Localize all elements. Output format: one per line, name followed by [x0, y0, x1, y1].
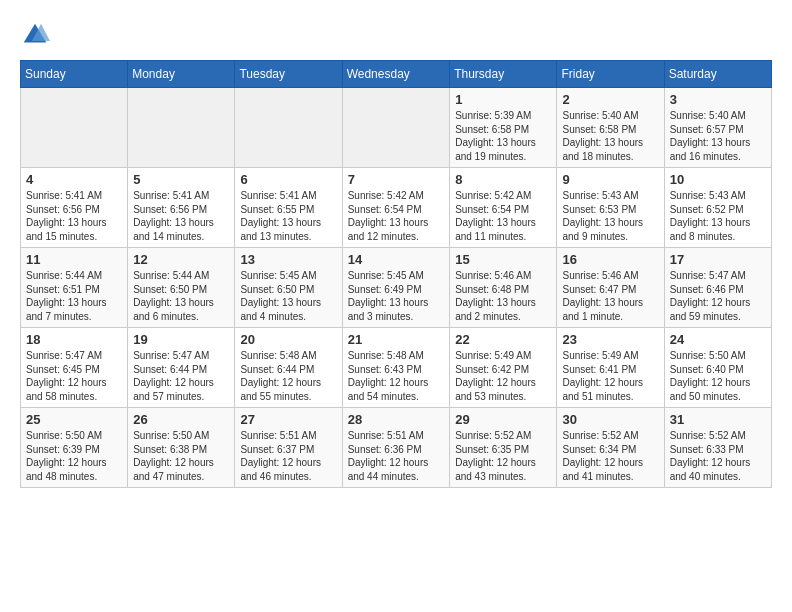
calendar-cell: 12Sunrise: 5:44 AMSunset: 6:50 PMDayligh…	[128, 248, 235, 328]
day-info: Sunrise: 5:51 AMSunset: 6:36 PMDaylight:…	[348, 429, 445, 483]
calendar-cell: 26Sunrise: 5:50 AMSunset: 6:38 PMDayligh…	[128, 408, 235, 488]
calendar-cell: 3Sunrise: 5:40 AMSunset: 6:57 PMDaylight…	[664, 88, 771, 168]
calendar-cell: 10Sunrise: 5:43 AMSunset: 6:52 PMDayligh…	[664, 168, 771, 248]
day-info: Sunrise: 5:41 AMSunset: 6:55 PMDaylight:…	[240, 189, 336, 243]
calendar-cell: 25Sunrise: 5:50 AMSunset: 6:39 PMDayligh…	[21, 408, 128, 488]
day-info: Sunrise: 5:50 AMSunset: 6:40 PMDaylight:…	[670, 349, 766, 403]
calendar-week-row: 1Sunrise: 5:39 AMSunset: 6:58 PMDaylight…	[21, 88, 772, 168]
day-number: 25	[26, 412, 122, 427]
calendar-cell: 8Sunrise: 5:42 AMSunset: 6:54 PMDaylight…	[450, 168, 557, 248]
day-number: 2	[562, 92, 658, 107]
day-number: 13	[240, 252, 336, 267]
page-header	[20, 20, 772, 50]
day-number: 28	[348, 412, 445, 427]
day-number: 11	[26, 252, 122, 267]
weekday-header-wednesday: Wednesday	[342, 61, 450, 88]
day-info: Sunrise: 5:43 AMSunset: 6:52 PMDaylight:…	[670, 189, 766, 243]
calendar-cell: 23Sunrise: 5:49 AMSunset: 6:41 PMDayligh…	[557, 328, 664, 408]
day-info: Sunrise: 5:41 AMSunset: 6:56 PMDaylight:…	[133, 189, 229, 243]
calendar-cell: 30Sunrise: 5:52 AMSunset: 6:34 PMDayligh…	[557, 408, 664, 488]
day-number: 16	[562, 252, 658, 267]
calendar-cell: 14Sunrise: 5:45 AMSunset: 6:49 PMDayligh…	[342, 248, 450, 328]
calendar-cell	[235, 88, 342, 168]
calendar-cell: 9Sunrise: 5:43 AMSunset: 6:53 PMDaylight…	[557, 168, 664, 248]
day-info: Sunrise: 5:47 AMSunset: 6:46 PMDaylight:…	[670, 269, 766, 323]
calendar-cell: 1Sunrise: 5:39 AMSunset: 6:58 PMDaylight…	[450, 88, 557, 168]
day-info: Sunrise: 5:48 AMSunset: 6:44 PMDaylight:…	[240, 349, 336, 403]
calendar-cell: 11Sunrise: 5:44 AMSunset: 6:51 PMDayligh…	[21, 248, 128, 328]
day-number: 22	[455, 332, 551, 347]
day-info: Sunrise: 5:44 AMSunset: 6:51 PMDaylight:…	[26, 269, 122, 323]
calendar-header-row: SundayMondayTuesdayWednesdayThursdayFrid…	[21, 61, 772, 88]
calendar-cell	[342, 88, 450, 168]
calendar-week-row: 4Sunrise: 5:41 AMSunset: 6:56 PMDaylight…	[21, 168, 772, 248]
day-number: 23	[562, 332, 658, 347]
day-info: Sunrise: 5:46 AMSunset: 6:48 PMDaylight:…	[455, 269, 551, 323]
logo-icon	[20, 20, 50, 50]
day-number: 21	[348, 332, 445, 347]
day-number: 31	[670, 412, 766, 427]
calendar-week-row: 18Sunrise: 5:47 AMSunset: 6:45 PMDayligh…	[21, 328, 772, 408]
day-info: Sunrise: 5:40 AMSunset: 6:57 PMDaylight:…	[670, 109, 766, 163]
calendar-cell: 29Sunrise: 5:52 AMSunset: 6:35 PMDayligh…	[450, 408, 557, 488]
calendar-cell: 19Sunrise: 5:47 AMSunset: 6:44 PMDayligh…	[128, 328, 235, 408]
day-info: Sunrise: 5:43 AMSunset: 6:53 PMDaylight:…	[562, 189, 658, 243]
day-info: Sunrise: 5:45 AMSunset: 6:50 PMDaylight:…	[240, 269, 336, 323]
calendar-cell: 16Sunrise: 5:46 AMSunset: 6:47 PMDayligh…	[557, 248, 664, 328]
weekday-header-sunday: Sunday	[21, 61, 128, 88]
day-info: Sunrise: 5:45 AMSunset: 6:49 PMDaylight:…	[348, 269, 445, 323]
day-number: 12	[133, 252, 229, 267]
calendar-cell: 2Sunrise: 5:40 AMSunset: 6:58 PMDaylight…	[557, 88, 664, 168]
day-number: 5	[133, 172, 229, 187]
calendar-cell: 21Sunrise: 5:48 AMSunset: 6:43 PMDayligh…	[342, 328, 450, 408]
weekday-header-monday: Monday	[128, 61, 235, 88]
weekday-header-saturday: Saturday	[664, 61, 771, 88]
calendar-cell: 4Sunrise: 5:41 AMSunset: 6:56 PMDaylight…	[21, 168, 128, 248]
calendar-cell	[128, 88, 235, 168]
calendar-cell: 20Sunrise: 5:48 AMSunset: 6:44 PMDayligh…	[235, 328, 342, 408]
calendar-table: SundayMondayTuesdayWednesdayThursdayFrid…	[20, 60, 772, 488]
day-number: 19	[133, 332, 229, 347]
day-info: Sunrise: 5:51 AMSunset: 6:37 PMDaylight:…	[240, 429, 336, 483]
calendar-week-row: 11Sunrise: 5:44 AMSunset: 6:51 PMDayligh…	[21, 248, 772, 328]
day-number: 18	[26, 332, 122, 347]
calendar-cell: 31Sunrise: 5:52 AMSunset: 6:33 PMDayligh…	[664, 408, 771, 488]
weekday-header-thursday: Thursday	[450, 61, 557, 88]
day-number: 9	[562, 172, 658, 187]
day-info: Sunrise: 5:49 AMSunset: 6:42 PMDaylight:…	[455, 349, 551, 403]
day-number: 30	[562, 412, 658, 427]
day-info: Sunrise: 5:39 AMSunset: 6:58 PMDaylight:…	[455, 109, 551, 163]
day-info: Sunrise: 5:44 AMSunset: 6:50 PMDaylight:…	[133, 269, 229, 323]
day-info: Sunrise: 5:42 AMSunset: 6:54 PMDaylight:…	[348, 189, 445, 243]
calendar-cell: 7Sunrise: 5:42 AMSunset: 6:54 PMDaylight…	[342, 168, 450, 248]
day-number: 1	[455, 92, 551, 107]
day-info: Sunrise: 5:47 AMSunset: 6:44 PMDaylight:…	[133, 349, 229, 403]
day-number: 20	[240, 332, 336, 347]
day-number: 6	[240, 172, 336, 187]
calendar-cell: 5Sunrise: 5:41 AMSunset: 6:56 PMDaylight…	[128, 168, 235, 248]
day-info: Sunrise: 5:52 AMSunset: 6:33 PMDaylight:…	[670, 429, 766, 483]
day-info: Sunrise: 5:48 AMSunset: 6:43 PMDaylight:…	[348, 349, 445, 403]
day-info: Sunrise: 5:50 AMSunset: 6:38 PMDaylight:…	[133, 429, 229, 483]
calendar-week-row: 25Sunrise: 5:50 AMSunset: 6:39 PMDayligh…	[21, 408, 772, 488]
day-number: 24	[670, 332, 766, 347]
day-info: Sunrise: 5:52 AMSunset: 6:35 PMDaylight:…	[455, 429, 551, 483]
day-number: 7	[348, 172, 445, 187]
calendar-cell: 22Sunrise: 5:49 AMSunset: 6:42 PMDayligh…	[450, 328, 557, 408]
calendar-cell: 28Sunrise: 5:51 AMSunset: 6:36 PMDayligh…	[342, 408, 450, 488]
day-info: Sunrise: 5:47 AMSunset: 6:45 PMDaylight:…	[26, 349, 122, 403]
day-info: Sunrise: 5:42 AMSunset: 6:54 PMDaylight:…	[455, 189, 551, 243]
weekday-header-friday: Friday	[557, 61, 664, 88]
weekday-header-tuesday: Tuesday	[235, 61, 342, 88]
calendar-cell: 24Sunrise: 5:50 AMSunset: 6:40 PMDayligh…	[664, 328, 771, 408]
day-info: Sunrise: 5:52 AMSunset: 6:34 PMDaylight:…	[562, 429, 658, 483]
logo	[20, 20, 54, 50]
day-number: 29	[455, 412, 551, 427]
day-number: 10	[670, 172, 766, 187]
calendar-cell: 27Sunrise: 5:51 AMSunset: 6:37 PMDayligh…	[235, 408, 342, 488]
day-number: 15	[455, 252, 551, 267]
calendar-cell: 13Sunrise: 5:45 AMSunset: 6:50 PMDayligh…	[235, 248, 342, 328]
day-number: 14	[348, 252, 445, 267]
calendar-cell: 17Sunrise: 5:47 AMSunset: 6:46 PMDayligh…	[664, 248, 771, 328]
calendar-cell: 18Sunrise: 5:47 AMSunset: 6:45 PMDayligh…	[21, 328, 128, 408]
